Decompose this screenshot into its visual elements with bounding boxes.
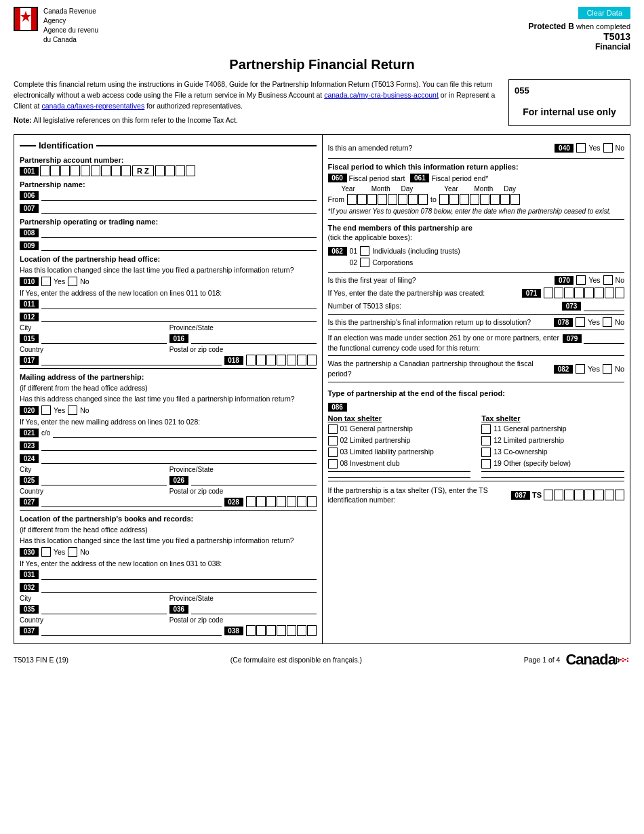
digit-box[interactable]	[81, 165, 90, 176]
digit-box[interactable]	[155, 165, 165, 176]
digit-box[interactable]	[378, 194, 387, 205]
field-012-input[interactable]	[41, 311, 317, 322]
digit-box[interactable]	[347, 194, 357, 205]
digit-box[interactable]	[564, 287, 573, 298]
digit-box[interactable]	[297, 496, 306, 507]
digit-box[interactable]	[176, 165, 185, 176]
individuals-checkbox[interactable]	[360, 246, 369, 256]
digit-box[interactable]	[246, 625, 256, 636]
digit-box[interactable]	[554, 490, 563, 500]
digit-box[interactable]	[287, 625, 296, 636]
field-025-input[interactable]	[41, 475, 167, 485]
type-01-checkbox[interactable]	[328, 424, 338, 434]
digit-box[interactable]	[595, 490, 604, 500]
digit-box[interactable]	[605, 287, 614, 298]
type-12-checkbox[interactable]	[481, 436, 491, 445]
digit-box[interactable]	[91, 165, 100, 176]
field-016-input[interactable]	[191, 333, 317, 344]
no-checkbox-082[interactable]	[603, 364, 612, 374]
corporations-checkbox[interactable]	[360, 258, 369, 267]
field-026-input[interactable]	[191, 475, 317, 485]
digit-box[interactable]	[460, 194, 469, 205]
no-checkbox-030[interactable]	[68, 547, 77, 557]
field-011-input[interactable]	[41, 298, 317, 309]
field-015-input[interactable]	[41, 333, 167, 344]
yes-checkbox-078[interactable]	[576, 317, 585, 327]
taxes-rep-link[interactable]: canada.ca/taxes-representatives	[41, 102, 144, 110]
digit-box[interactable]	[266, 355, 276, 365]
digit-box[interactable]	[50, 165, 60, 176]
no-checkbox-010[interactable]	[68, 277, 77, 286]
digit-box[interactable]	[510, 194, 520, 205]
field-037-input[interactable]	[41, 625, 222, 636]
digit-box[interactable]	[101, 165, 110, 176]
digit-box[interactable]	[307, 625, 317, 636]
digit-box[interactable]	[256, 496, 266, 507]
digit-box[interactable]	[605, 490, 614, 500]
digit-box[interactable]	[544, 287, 553, 298]
type-08-checkbox[interactable]	[328, 459, 338, 469]
field-024-input[interactable]	[41, 453, 317, 464]
digit-box[interactable]	[297, 355, 306, 365]
no-checkbox-078[interactable]	[603, 317, 612, 327]
digit-box[interactable]	[574, 287, 584, 298]
yes-checkbox-040[interactable]	[576, 143, 586, 153]
digit-box[interactable]	[500, 194, 510, 205]
no-checkbox-020[interactable]	[68, 405, 77, 415]
digit-box[interactable]	[615, 287, 624, 298]
field-079-input[interactable]	[584, 333, 624, 344]
no-checkbox-040[interactable]	[603, 143, 613, 153]
digit-box[interactable]	[357, 194, 367, 205]
digit-box[interactable]	[111, 165, 121, 176]
yes-checkbox-030[interactable]	[41, 547, 51, 557]
type-11-checkbox[interactable]	[481, 424, 491, 434]
yes-checkbox-020[interactable]	[41, 405, 51, 415]
digit-box[interactable]	[266, 496, 276, 507]
digit-box[interactable]	[186, 165, 195, 176]
digit-box[interactable]	[615, 490, 624, 500]
digit-box[interactable]	[480, 194, 489, 205]
type-02-checkbox[interactable]	[328, 436, 338, 445]
field-017-input[interactable]	[41, 355, 222, 365]
digit-box[interactable]	[256, 355, 266, 365]
digit-box[interactable]	[277, 625, 286, 636]
digit-box[interactable]	[307, 355, 317, 365]
digit-box[interactable]	[266, 625, 276, 636]
type-13-checkbox[interactable]	[481, 448, 491, 457]
digit-box[interactable]	[307, 496, 317, 507]
digit-box[interactable]	[246, 496, 256, 507]
yes-checkbox-010[interactable]	[41, 277, 51, 286]
digit-box[interactable]	[584, 490, 594, 500]
field-027-input[interactable]	[41, 496, 222, 507]
digit-box[interactable]	[297, 625, 306, 636]
digit-box[interactable]	[287, 496, 296, 507]
digit-box[interactable]	[574, 490, 584, 500]
digit-box[interactable]	[246, 355, 256, 365]
digit-box[interactable]	[60, 165, 70, 176]
digit-box[interactable]	[490, 194, 500, 205]
field-035-input[interactable]	[41, 603, 167, 614]
digit-box[interactable]	[544, 490, 553, 500]
digit-box[interactable]	[40, 165, 49, 176]
digit-box[interactable]	[470, 194, 479, 205]
digit-box[interactable]	[277, 496, 286, 507]
clear-data-button[interactable]: Clear Data	[578, 7, 630, 19]
field-023-input[interactable]	[41, 440, 317, 451]
digit-box[interactable]	[595, 287, 604, 298]
yes-checkbox-082[interactable]	[576, 364, 585, 374]
cra-link[interactable]: canada.ca/my-cra-business-account	[324, 91, 439, 99]
field-007-input[interactable]	[41, 203, 317, 214]
field-021-input[interactable]	[53, 427, 316, 438]
yes-checkbox-070[interactable]	[576, 275, 586, 285]
digit-box[interactable]	[121, 165, 131, 176]
digit-box[interactable]	[256, 625, 266, 636]
digit-box[interactable]	[367, 194, 377, 205]
field-009-input[interactable]	[41, 240, 317, 251]
field-032-input[interactable]	[41, 582, 317, 593]
digit-box[interactable]	[418, 194, 428, 205]
field-031-input[interactable]	[41, 569, 317, 580]
digit-box[interactable]	[388, 194, 397, 205]
digit-box[interactable]	[584, 287, 594, 298]
type-19-checkbox[interactable]	[481, 459, 491, 469]
type-03-checkbox[interactable]	[328, 448, 338, 457]
